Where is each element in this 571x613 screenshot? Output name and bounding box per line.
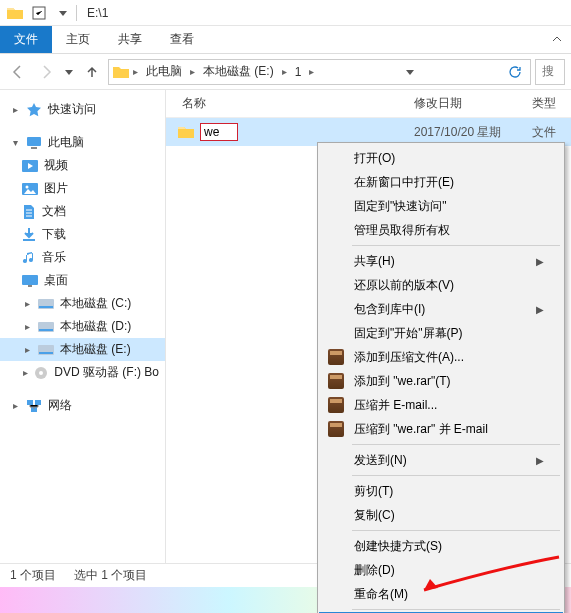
qat-properties-icon[interactable]: [28, 2, 50, 24]
file-tab[interactable]: 文件: [0, 26, 52, 53]
menu-item-label: 发送到(N): [354, 452, 407, 469]
qat-separator: [76, 5, 77, 21]
tab-share[interactable]: 共享: [104, 26, 156, 53]
history-dropdown-icon[interactable]: [402, 68, 418, 76]
nav-drive-e[interactable]: ▸本地磁盘 (E:): [0, 338, 165, 361]
address-bar[interactable]: ▸ 此电脑 ▸ 本地磁盘 (E:) ▸ 1 ▸: [108, 59, 531, 85]
search-input[interactable]: 搜: [535, 59, 565, 85]
menu-item[interactable]: 固定到"快速访问": [320, 194, 562, 218]
rar-icon: [326, 348, 346, 366]
menu-item[interactable]: 打开(O): [320, 146, 562, 170]
rename-input[interactable]: we: [200, 123, 238, 141]
svg-rect-16: [27, 400, 33, 405]
chevron-right-icon: ▸: [10, 104, 20, 115]
menu-item[interactable]: 发送到(N)▶: [320, 448, 562, 472]
menu-item[interactable]: 剪切(T): [320, 479, 562, 503]
menu-item[interactable]: 压缩到 "we.rar" 并 E-mail: [320, 417, 562, 441]
tab-home[interactable]: 主页: [52, 26, 104, 53]
drive-icon: [38, 299, 54, 309]
menu-item[interactable]: 创建快捷方式(S): [320, 534, 562, 558]
chevron-right-icon[interactable]: ▸: [307, 66, 316, 77]
menu-item[interactable]: 压缩并 E-mail...: [320, 393, 562, 417]
ribbon-expand-icon[interactable]: [543, 26, 571, 53]
menu-item[interactable]: 共享(H)▶: [320, 249, 562, 273]
menu-item[interactable]: 还原以前的版本(V): [320, 273, 562, 297]
menu-item[interactable]: 包含到库中(I)▶: [320, 297, 562, 321]
navigation-pane: ▸ 快速访问 ▾ 此电脑 视频 图片 文档 下载 音乐 桌面 ▸本地磁盘 (C:…: [0, 90, 166, 563]
nav-drive-c[interactable]: ▸本地磁盘 (C:): [0, 292, 165, 315]
refresh-icon[interactable]: [504, 65, 526, 79]
menu-item[interactable]: 重命名(M): [320, 582, 562, 606]
selected-count: 选中 1 个项目: [74, 567, 147, 584]
file-tab-label: 文件: [14, 31, 38, 48]
picture-icon: [22, 183, 38, 195]
recent-dropdown-icon[interactable]: [62, 68, 76, 76]
nav-documents[interactable]: 文档: [0, 200, 165, 223]
back-button[interactable]: [6, 60, 30, 84]
menu-item-label: 复制(C): [354, 507, 395, 524]
nav-quick-access[interactable]: ▸ 快速访问: [0, 98, 165, 121]
chevron-right-icon[interactable]: ▸: [280, 66, 289, 77]
nav-music[interactable]: 音乐: [0, 246, 165, 269]
col-name[interactable]: 名称: [166, 95, 414, 112]
nav-this-pc[interactable]: ▾ 此电脑: [0, 131, 165, 154]
star-icon: [26, 102, 42, 118]
svg-rect-7: [28, 285, 32, 287]
nav-network[interactable]: ▸网络: [0, 394, 165, 417]
chevron-right-icon: ▸: [22, 344, 32, 355]
chevron-right-icon[interactable]: ▸: [188, 66, 197, 77]
submenu-arrow-icon: ▶: [536, 256, 544, 267]
svg-rect-13: [39, 352, 53, 354]
menu-item[interactable]: 添加到压缩文件(A)...: [320, 345, 562, 369]
menu-item[interactable]: 管理员取得所有权: [320, 218, 562, 242]
menu-item-label: 包含到库中(I): [354, 301, 425, 318]
menu-item-label: 添加到压缩文件(A)...: [354, 349, 464, 366]
svg-rect-17: [35, 400, 41, 405]
menu-item-label: 在新窗口中打开(E): [354, 174, 454, 191]
tab-view[interactable]: 查看: [156, 26, 208, 53]
menu-item-label: 固定到"快速访问": [354, 198, 447, 215]
menu-item[interactable]: 添加到 "we.rar"(T): [320, 369, 562, 393]
svg-rect-9: [39, 306, 53, 308]
menu-item[interactable]: 固定到"开始"屏幕(P): [320, 321, 562, 345]
menu-item-label: 还原以前的版本(V): [354, 277, 454, 294]
menu-item[interactable]: 复制(C): [320, 503, 562, 527]
menu-item-label: 添加到 "we.rar"(T): [354, 373, 451, 390]
chevron-right-icon: ▸: [22, 321, 32, 332]
nav-pictures[interactable]: 图片: [0, 177, 165, 200]
nav-dvd-drive[interactable]: ▸DVD 驱动器 (F:) Bo: [0, 361, 165, 384]
crumb-this-pc[interactable]: 此电脑: [142, 63, 186, 80]
col-date[interactable]: 修改日期: [414, 95, 532, 112]
crumb-folder[interactable]: 1: [291, 65, 306, 79]
forward-button[interactable]: [34, 60, 58, 84]
nav-drive-d[interactable]: ▸本地磁盘 (D:): [0, 315, 165, 338]
submenu-arrow-icon: ▶: [536, 304, 544, 315]
nav-desktop[interactable]: 桌面: [0, 269, 165, 292]
nav-videos[interactable]: 视频: [0, 154, 165, 177]
menu-item[interactable]: 在新窗口中打开(E): [320, 170, 562, 194]
menu-item[interactable]: 删除(D): [320, 558, 562, 582]
svg-rect-6: [22, 275, 38, 285]
menu-item-label: 压缩到 "we.rar" 并 E-mail: [354, 421, 488, 438]
chevron-right-icon: ▸: [22, 298, 32, 309]
drive-icon: [38, 345, 54, 355]
menu-separator: [352, 475, 560, 476]
col-type[interactable]: 类型: [532, 95, 571, 112]
pc-icon: [26, 136, 42, 150]
ribbon: 文件 主页 共享 查看: [0, 26, 571, 54]
nav-downloads[interactable]: 下载: [0, 223, 165, 246]
chevron-right-icon[interactable]: ▸: [131, 66, 140, 77]
menu-separator: [352, 530, 560, 531]
navigation-bar: ▸ 此电脑 ▸ 本地磁盘 (E:) ▸ 1 ▸ 搜: [0, 54, 571, 90]
menu-separator: [352, 444, 560, 445]
window-title: E:\1: [87, 6, 108, 20]
qat-dropdown-icon[interactable]: [52, 2, 74, 24]
chevron-right-icon: ▸: [22, 367, 28, 378]
crumb-drive[interactable]: 本地磁盘 (E:): [199, 63, 278, 80]
rar-icon: [326, 372, 346, 390]
up-button[interactable]: [80, 60, 104, 84]
svg-rect-2: [31, 147, 37, 149]
folder-icon: [178, 125, 194, 139]
context-menu: 打开(O)在新窗口中打开(E)固定到"快速访问"管理员取得所有权共享(H)▶还原…: [317, 142, 565, 613]
rar-icon: [326, 396, 346, 414]
